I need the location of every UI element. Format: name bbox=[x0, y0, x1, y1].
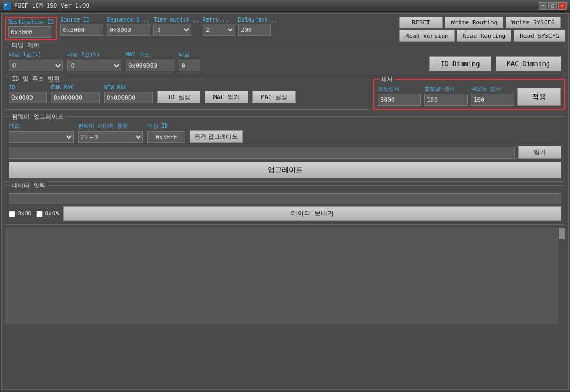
mac-dimming-button[interactable]: MAC Dimming bbox=[496, 56, 561, 71]
dimming-timeout-input[interactable] bbox=[179, 60, 200, 71]
dimming-content: 디밍 1값(%) 0 디밍 2값(%) 0 MAC 주소 타임 ID bbox=[9, 51, 561, 71]
data-input-title: 데이터 입력 bbox=[10, 181, 48, 190]
color-input[interactable] bbox=[471, 94, 514, 106]
checkbox2-label: 0x0A bbox=[45, 210, 60, 217]
source-id-group: Source ID bbox=[60, 17, 103, 36]
illum-label: 조도센서 bbox=[378, 85, 421, 93]
retry-select[interactable]: 235 bbox=[203, 24, 235, 36]
firmware-target-id-input[interactable] bbox=[147, 131, 185, 143]
firmware-image-label: 펌웨어 이미지 종류 bbox=[78, 122, 143, 130]
firmware-file-display bbox=[9, 147, 515, 159]
dimming-buttons: ID Dimming MAC Dimming bbox=[429, 56, 561, 71]
dimming-mac-input[interactable] bbox=[126, 60, 174, 71]
remote-upgrade-button[interactable]: 원격 업그레이드 bbox=[190, 130, 243, 143]
read-syscfg-button[interactable]: Read SYSCFG bbox=[514, 30, 565, 42]
send-data-button[interactable]: 데이터 보내기 bbox=[63, 206, 561, 221]
sensor-apply-button[interactable]: 적용 bbox=[517, 88, 561, 106]
new-mac-label: NEW MAC bbox=[104, 84, 153, 90]
id-address-section: ID 및 주소 변환 ID CUR MAC NEW MAC ID 설정 MAC … bbox=[5, 79, 370, 110]
scrollbar-thumb[interactable] bbox=[559, 228, 565, 239]
main-window: Destination ID Source ID Sequence N... T… bbox=[1, 13, 569, 390]
write-routing-button[interactable]: Write Routing bbox=[445, 17, 503, 28]
titlebar-left: P POEF LCM-190 Ver 1.00 bbox=[3, 2, 89, 10]
firmware-image-select[interactable]: 2-LED 1-LED bbox=[78, 131, 143, 143]
cur-mac-label: CUR MAC bbox=[51, 84, 100, 90]
titlebar-controls: ─ □ ✕ bbox=[539, 2, 567, 10]
upgrade-button[interactable]: 업그레이드 bbox=[9, 162, 561, 178]
dim1-select[interactable]: 0 bbox=[9, 60, 63, 71]
firmware-type-group: 타입 bbox=[9, 122, 74, 143]
sensor-content: 조도센서 통행량 센서 색온도 센서 적용 bbox=[378, 85, 561, 106]
btn-row-1: RESET Write Routing Write SYSCFG bbox=[399, 17, 565, 28]
id-group: ID bbox=[9, 84, 47, 103]
middle-row: ID 및 주소 변환 ID CUR MAC NEW MAC ID 설정 MAC … bbox=[5, 79, 565, 113]
illum-group: 조도센서 bbox=[378, 85, 421, 106]
titlebar-title: POEF LCM-190 Ver 1.00 bbox=[14, 2, 89, 9]
checkbox2-group: 0x0A bbox=[36, 210, 60, 217]
firmware-type-select[interactable] bbox=[9, 131, 74, 143]
mac-read-button[interactable]: MAC 읽기 bbox=[205, 91, 248, 103]
cur-mac-group: CUR MAC bbox=[51, 84, 100, 103]
illum-input[interactable] bbox=[378, 94, 421, 106]
dimming-mac-group: MAC 주소 bbox=[126, 51, 174, 71]
top-buttons: RESET Write Routing Write SYSCFG Read Ve… bbox=[399, 17, 565, 42]
maximize-button[interactable]: □ bbox=[548, 2, 557, 10]
write-syscfg-button[interactable]: Write SYSCFG bbox=[506, 17, 560, 28]
firmware-type-label: 타입 bbox=[9, 122, 74, 130]
sequence-n-input[interactable] bbox=[107, 24, 150, 36]
destination-id-input[interactable] bbox=[8, 26, 51, 38]
traffic-group: 통행량 센서 bbox=[424, 85, 468, 106]
dimming-timeout-label: 타임 bbox=[179, 51, 200, 58]
new-mac-input[interactable] bbox=[104, 92, 153, 103]
cur-mac-input[interactable] bbox=[51, 92, 100, 103]
sensor-section: 세서 조도센서 통행량 센서 색온도 센서 적용 bbox=[373, 79, 565, 110]
traffic-input[interactable] bbox=[424, 94, 468, 106]
dimming-title: 디밍 제어 bbox=[10, 41, 42, 49]
id-dimming-button[interactable]: ID Dimming bbox=[429, 56, 491, 71]
sequence-n-label: Sequence N... bbox=[107, 17, 150, 23]
firmware-image-group: 펌웨어 이미지 종류 2-LED 1-LED bbox=[78, 122, 143, 143]
app-icon: P bbox=[3, 2, 11, 10]
data-input-section: 데이터 입력 0x0D 0x0A 데이터 보내기 bbox=[5, 185, 565, 225]
mac-set-button[interactable]: MAC 설정 bbox=[252, 91, 296, 103]
new-mac-group: NEW MAC bbox=[104, 84, 153, 103]
id-input[interactable] bbox=[9, 92, 47, 103]
top-row: Destination ID Source ID Sequence N... T… bbox=[5, 17, 565, 42]
id-set-button[interactable]: ID 설정 bbox=[157, 91, 200, 103]
firmware-row2: 열기 bbox=[9, 146, 561, 159]
firmware-progress-row: 업그레이드 bbox=[9, 162, 561, 178]
firmware-section: 펌웨어 업그레이드 타입 펌웨어 이미지 종류 2-LED 1-LED bbox=[5, 116, 565, 182]
timeout-select[interactable]: 3510 bbox=[153, 24, 191, 36]
id-address-content: ID CUR MAC NEW MAC ID 설정 MAC 읽기 MAC 설정 bbox=[9, 84, 366, 103]
data-input-area[interactable] bbox=[9, 193, 561, 204]
dimming-timeout-group: 타임 bbox=[179, 51, 200, 71]
dimming-mac-label: MAC 주소 bbox=[126, 51, 174, 58]
firmware-row1: 타입 펌웨어 이미지 종류 2-LED 1-LED 대상 ID bbox=[9, 122, 561, 143]
dimming-section: 디밍 제어 디밍 1값(%) 0 디밍 2값(%) 0 MAC 주소 타임 bbox=[5, 45, 565, 75]
read-version-button[interactable]: Read Version bbox=[399, 30, 454, 42]
reset-button[interactable]: RESET bbox=[399, 17, 443, 28]
minimize-button[interactable]: ─ bbox=[539, 2, 547, 10]
checkbox1-label: 0x0D bbox=[17, 210, 32, 217]
open-button[interactable]: 열기 bbox=[518, 146, 561, 159]
traffic-label: 통행량 센서 bbox=[424, 85, 468, 93]
firmware-target-id-label: 대상 ID bbox=[147, 122, 185, 130]
sensor-title: 세서 bbox=[379, 75, 395, 83]
btn-row-2: Read Version Read Routing Read SYSCFG bbox=[399, 30, 565, 42]
source-id-input[interactable] bbox=[60, 24, 103, 36]
data-bottom: 0x0D 0x0A 데이터 보내기 bbox=[9, 206, 561, 221]
dim2-group: 디밍 2값(%) 0 bbox=[67, 51, 121, 71]
read-routing-button[interactable]: Read Routing bbox=[457, 30, 511, 42]
sequence-n-group: Sequence N... bbox=[107, 17, 150, 36]
firmware-target-id-group: 대상 ID bbox=[147, 122, 185, 143]
checkbox-0d[interactable] bbox=[9, 211, 15, 217]
checkbox-0a[interactable] bbox=[36, 211, 43, 217]
dim2-label: 디밍 2값(%) bbox=[67, 51, 121, 58]
scrollbar[interactable] bbox=[558, 227, 565, 325]
dim1-group: 디밍 1값(%) 0 bbox=[9, 51, 63, 71]
timeout-label: Time out(s)... bbox=[153, 17, 199, 23]
dim2-select[interactable]: 0 bbox=[67, 60, 121, 71]
timeout-group: Time out(s)... 3510 bbox=[153, 17, 199, 36]
close-button[interactable]: ✕ bbox=[558, 2, 567, 10]
delay-input[interactable] bbox=[238, 24, 271, 36]
